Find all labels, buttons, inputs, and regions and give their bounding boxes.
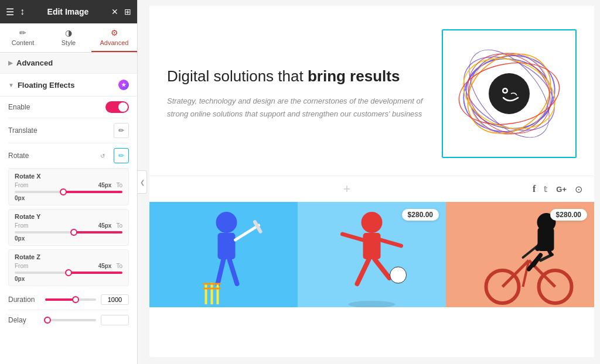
- soccer-card: $280.00: [298, 202, 446, 307]
- rotate-z-to: To: [116, 263, 122, 269]
- controls-area: Enable Translate ✏ Rotate ↺ ✏ Rotate X F…: [0, 97, 137, 364]
- floating-effects-header[interactable]: ▼ Floating Effects ★: [0, 74, 137, 97]
- hero-text: Digital solutions that bring results Str…: [167, 67, 430, 121]
- translate-row: Translate ✏: [8, 118, 129, 143]
- panel-title: Edit Image: [30, 7, 105, 16]
- rotate-x-track[interactable]: [15, 191, 122, 193]
- rotate-edit-icon[interactable]: ✏: [114, 148, 129, 163]
- effects-badge: ★: [118, 80, 129, 90]
- collapse-sidebar-button[interactable]: ❮: [138, 170, 147, 194]
- page-canvas: Digital solutions that bring results Str…: [149, 6, 594, 357]
- rotate-label: Rotate: [8, 152, 40, 160]
- svg-rect-13: [218, 233, 236, 259]
- face-circle: [489, 73, 530, 114]
- delay-input[interactable]: [101, 315, 129, 325]
- delay-row: Delay: [8, 310, 129, 330]
- bike-card: $280.00: [446, 202, 594, 307]
- rotate-x-val: 45px: [98, 182, 112, 188]
- svg-rect-24: [363, 233, 381, 259]
- add-section-button[interactable]: +: [343, 181, 351, 197]
- svg-point-30: [349, 301, 396, 307]
- rotate-x-to: To: [116, 182, 122, 188]
- rotate-x-meta: From 45px To: [15, 182, 122, 188]
- tabs-bar: ✏ Content ◑ Style ⚙ Advanced: [0, 23, 137, 53]
- rotate-x-box: Rotate X From 45px To 0px: [8, 169, 129, 205]
- rotate-z-val: 45px: [98, 263, 112, 269]
- soccer-price-badge: $280.00: [402, 209, 439, 221]
- rotate-y-track[interactable]: [15, 231, 122, 233]
- enable-label: Enable: [8, 103, 40, 111]
- content-icon: ✏: [19, 28, 26, 37]
- rotate-y-from: From: [15, 222, 28, 229]
- svg-line-25: [343, 234, 363, 240]
- duration-slider[interactable]: [45, 298, 96, 301]
- svg-point-29: [390, 267, 407, 283]
- move-icon[interactable]: ↕: [20, 6, 25, 17]
- close-icon[interactable]: ✕: [111, 7, 118, 16]
- rotate-x-from: From: [15, 182, 28, 188]
- face-svg: [495, 79, 524, 108]
- hero-title-plain: Digital solutions that: [167, 67, 308, 85]
- delay-slider[interactable]: [45, 319, 96, 321]
- enable-row: Enable: [8, 97, 129, 118]
- topbar: ☰ ↕ Edit Image ✕ ⊞: [0, 0, 137, 23]
- svg-point-23: [362, 212, 383, 233]
- bike-price-badge: $280.00: [550, 209, 587, 221]
- svg-line-43: [534, 255, 541, 265]
- add-section-area: +: [161, 181, 533, 197]
- tab-advanced-label: Advanced: [100, 39, 129, 46]
- rotate-reset-icon[interactable]: ↺: [96, 149, 109, 162]
- tab-content[interactable]: ✏ Content: [0, 23, 46, 52]
- svg-line-17: [230, 259, 237, 284]
- duration-row: Duration: [8, 290, 129, 310]
- hero-title-bold: bring results: [308, 67, 400, 85]
- translate-label: Translate: [8, 126, 40, 135]
- rotate-y-meta: From 45px To: [15, 222, 122, 229]
- advanced-section-header[interactable]: ▶ Advanced: [0, 53, 137, 74]
- floating-effects-label: Floating Effects: [18, 81, 75, 90]
- hero-title: Digital solutions that bring results: [167, 67, 430, 87]
- duration-input[interactable]: [101, 294, 129, 305]
- grid-icon[interactable]: ⊞: [124, 7, 131, 16]
- social-bar: + f 𝕥 G+ ⊙: [149, 176, 594, 202]
- advanced-icon: ⚙: [111, 28, 118, 37]
- rotate-x-title: Rotate X: [15, 173, 122, 180]
- svg-line-16: [218, 259, 224, 284]
- hero-description: Strategy, technology and design are the …: [167, 95, 430, 121]
- facebook-icon[interactable]: f: [533, 184, 536, 194]
- svg-line-28: [375, 259, 390, 278]
- rotate-y-title: Rotate Y: [15, 213, 122, 220]
- dribbble-icon[interactable]: ⊙: [575, 184, 582, 195]
- hero-image-box: [442, 29, 577, 158]
- tab-content-label: Content: [12, 39, 35, 46]
- cricket-illustration: [149, 202, 298, 307]
- svg-line-39: [523, 246, 538, 257]
- advanced-label: Advanced: [16, 59, 53, 67]
- duration-label: Duration: [8, 296, 40, 304]
- hero-section: Digital solutions that bring results Str…: [149, 6, 594, 176]
- tab-style[interactable]: ◑ Style: [46, 23, 91, 52]
- svg-point-12: [216, 212, 237, 233]
- enable-toggle[interactable]: [105, 101, 129, 113]
- tab-advanced[interactable]: ⚙ Advanced: [91, 23, 137, 52]
- svg-line-27: [357, 259, 369, 284]
- twitter-icon[interactable]: 𝕥: [544, 184, 548, 194]
- delay-label: Delay: [8, 316, 40, 324]
- rotate-z-meta: From 45px To: [15, 263, 122, 269]
- rotate-y-val: 45px: [98, 222, 112, 229]
- rotate-z-box: Rotate Z From 45px To 0px: [8, 249, 129, 286]
- rotate-z-from: From: [15, 263, 28, 269]
- svg-point-11: [504, 90, 507, 92]
- cricket-card: [149, 202, 298, 307]
- rotate-z-title: Rotate Z: [15, 253, 122, 260]
- rotate-x-below-val: 0px: [15, 195, 122, 201]
- translate-edit-icon[interactable]: ✏: [114, 123, 129, 138]
- social-icons: f 𝕥 G+ ⊙: [533, 184, 582, 195]
- rotate-y-to: To: [116, 222, 122, 229]
- google-plus-icon[interactable]: G+: [556, 185, 567, 194]
- tab-style-label: Style: [62, 39, 76, 46]
- chevron-down-icon: ▼: [8, 82, 14, 88]
- sidebar: ☰ ↕ Edit Image ✕ ⊞ ✏ Content ◑ Style ⚙ A…: [0, 0, 138, 364]
- menu-icon[interactable]: ☰: [6, 6, 14, 18]
- rotate-z-track[interactable]: [15, 272, 122, 274]
